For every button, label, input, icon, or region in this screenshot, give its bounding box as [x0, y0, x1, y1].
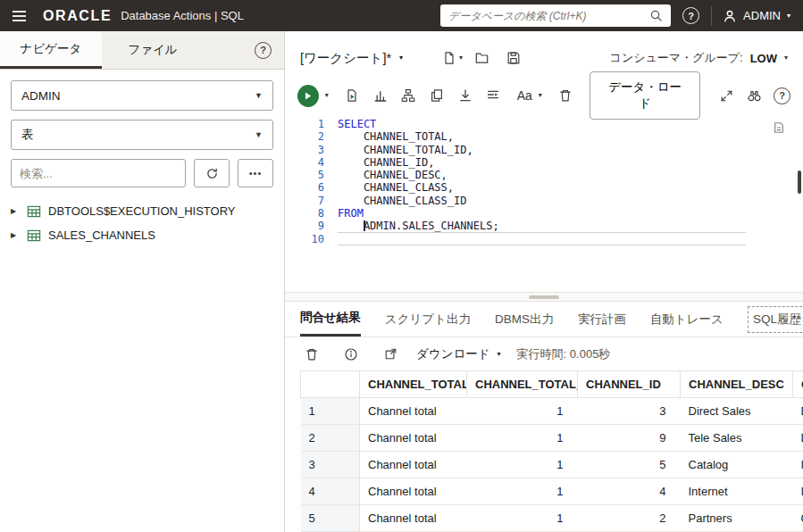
table-row[interactable]: 4 Channel total 1 4 Internet Indirect — [301, 478, 803, 505]
maximize-button[interactable] — [714, 82, 740, 109]
data-load-button[interactable]: データ・ロード — [590, 71, 699, 120]
cell[interactable]: Others — [793, 505, 803, 532]
new-worksheet-button[interactable]: ▾ — [442, 51, 463, 65]
cell[interactable]: 1 — [467, 452, 578, 478]
tab-autotrace[interactable]: 自動トレース — [650, 302, 724, 337]
cell[interactable]: Tele Sales — [681, 425, 793, 452]
format-code-button[interactable] — [481, 82, 506, 109]
clear-results-button[interactable] — [298, 341, 325, 368]
cell[interactable]: Catalog — [681, 452, 793, 478]
editor-annotation-icon[interactable] — [773, 121, 785, 134]
navigator-sidebar: ナビゲータ ファイル ? ADMIN ▼ 表 ▼ ••• ▶ — [0, 31, 285, 532]
chevron-down-icon: ▾ — [399, 54, 403, 62]
tree-item-sales-channels[interactable]: ▶ SALES_CHANNELS — [11, 229, 273, 242]
editor-line: 9 ADMIN.SALES_CHANNELS; — [285, 220, 803, 232]
tab-files[interactable]: ファイル — [102, 31, 204, 69]
consumer-group[interactable]: コンシューマ・グループ: LOW ▾ — [610, 50, 788, 66]
cell[interactable]: Channel total — [360, 478, 467, 505]
cell[interactable]: 1 — [467, 505, 578, 532]
info-button[interactable] — [338, 341, 364, 368]
sidebar-help-icon[interactable]: ? — [255, 42, 272, 59]
cell[interactable]: Indirect — [793, 478, 803, 505]
column-header[interactable]: CHANNEL_DESC — [681, 371, 793, 398]
cell[interactable]: 1 — [467, 398, 578, 425]
tab-query-result[interactable]: 問合せ結果 — [300, 302, 361, 337]
object-search-input[interactable] — [11, 159, 186, 187]
run-options-chevron[interactable]: ▾ — [325, 92, 329, 99]
open-file-button[interactable] — [468, 45, 495, 71]
column-header[interactable]: CHANNEL_ID — [578, 371, 681, 398]
download-editor-button[interactable] — [452, 82, 478, 109]
worksheet-help-icon[interactable]: ? — [774, 87, 790, 104]
save-button[interactable] — [500, 45, 527, 71]
cell[interactable]: 3 — [578, 398, 681, 425]
cell[interactable]: Channel total — [360, 398, 467, 425]
cell[interactable]: Channel total — [360, 505, 467, 532]
tree-item-execution-history[interactable]: ▶ DBTOOLS$EXECUTION_HISTORY — [11, 204, 273, 218]
cell[interactable]: Direct Sales — [681, 398, 793, 425]
editor-scrollbar[interactable] — [798, 170, 801, 194]
row-number[interactable]: 2 — [301, 425, 360, 452]
info-icon — [344, 347, 358, 362]
clear-worksheet-button[interactable] — [553, 82, 579, 109]
schema-select[interactable]: ADMIN ▼ — [11, 80, 273, 111]
table-row[interactable]: 5 Channel total 1 2 Partners Others — [301, 505, 803, 532]
column-header[interactable]: CHANNEL_CLASS — [793, 371, 803, 398]
database-search-box[interactable] — [440, 4, 671, 27]
tab-script-output[interactable]: スクリプト出力 — [385, 302, 471, 337]
autotrace-button[interactable] — [396, 82, 422, 109]
table-row[interactable]: 1 Channel total 1 3 Direct Sales Direct — [301, 398, 803, 425]
panel-splitter[interactable] — [285, 292, 803, 302]
tab-navigator[interactable]: ナビゲータ — [0, 31, 102, 69]
cell[interactable]: Internet — [681, 478, 793, 505]
column-header[interactable]: CHANNEL_TOTAL — [360, 371, 467, 398]
more-options-button[interactable]: ••• — [238, 159, 273, 187]
database-search-input[interactable] — [448, 10, 644, 22]
column-header[interactable]: CHANNEL_TOTAL_ID — [467, 371, 578, 398]
caret-right-icon[interactable]: ▶ — [11, 207, 20, 215]
cell[interactable]: Channel total — [360, 452, 467, 478]
row-number[interactable]: 1 — [301, 398, 360, 425]
search-icon — [649, 9, 663, 22]
cell[interactable]: Direct — [793, 425, 803, 452]
tab-dbms-output[interactable]: DBMS出力 — [495, 302, 554, 337]
row-number-header[interactable] — [301, 371, 360, 398]
line-number: 1 — [285, 118, 338, 130]
run-statement-button[interactable] — [297, 85, 319, 107]
row-number[interactable]: 5 — [301, 505, 360, 532]
execution-time: 実行時間: 0.005秒 — [517, 346, 611, 362]
tab-sql-history[interactable]: SQL履歴 — [748, 306, 803, 333]
run-script-button[interactable] — [339, 82, 365, 109]
explain-plan-button[interactable] — [368, 82, 394, 109]
splitter-handle[interactable] — [529, 295, 559, 299]
table-row[interactable]: 2 Channel total 1 9 Tele Sales Direct — [301, 425, 803, 452]
object-type-select[interactable]: 表 ▼ — [11, 120, 273, 150]
sql-editor[interactable]: 1SELECT 2 CHANNEL_TOTAL, 3 CHANNEL_TOTAL… — [285, 115, 803, 292]
cell[interactable]: Channel total — [360, 425, 467, 452]
refresh-button[interactable] — [194, 159, 230, 187]
cell[interactable]: 5 — [578, 452, 681, 478]
cell[interactable]: 9 — [578, 425, 681, 452]
open-in-new-button[interactable] — [377, 341, 404, 368]
table-row[interactable]: 3 Channel total 1 5 Catalog Indirect — [301, 452, 803, 478]
cell[interactable]: 1 — [467, 478, 578, 505]
cell[interactable]: 2 — [578, 505, 681, 532]
cell[interactable]: Direct — [793, 398, 803, 425]
find-button[interactable] — [741, 82, 767, 109]
cell[interactable]: Indirect — [793, 452, 803, 478]
cell[interactable]: Partners — [681, 505, 793, 532]
oracle-logo: ORACLE — [43, 8, 112, 24]
caret-right-icon[interactable]: ▶ — [11, 231, 20, 239]
download-results-button[interactable]: ダウンロード ▾ — [416, 346, 501, 362]
copy-button[interactable] — [424, 82, 450, 109]
worksheet-title-dropdown[interactable]: [ワークシート]* ▾ — [300, 50, 403, 67]
row-number[interactable]: 4 — [301, 478, 360, 505]
hamburger-menu-icon[interactable] — [0, 0, 38, 31]
help-icon[interactable]: ? — [682, 7, 699, 24]
tab-explain-plan[interactable]: 実行計画 — [578, 302, 626, 337]
cell[interactable]: 1 — [467, 425, 578, 452]
user-menu[interactable]: ADMIN ▾ — [712, 9, 803, 23]
font-size-button[interactable]: Aa ▾ — [517, 88, 542, 103]
cell[interactable]: 4 — [578, 478, 681, 505]
row-number[interactable]: 3 — [301, 452, 360, 478]
